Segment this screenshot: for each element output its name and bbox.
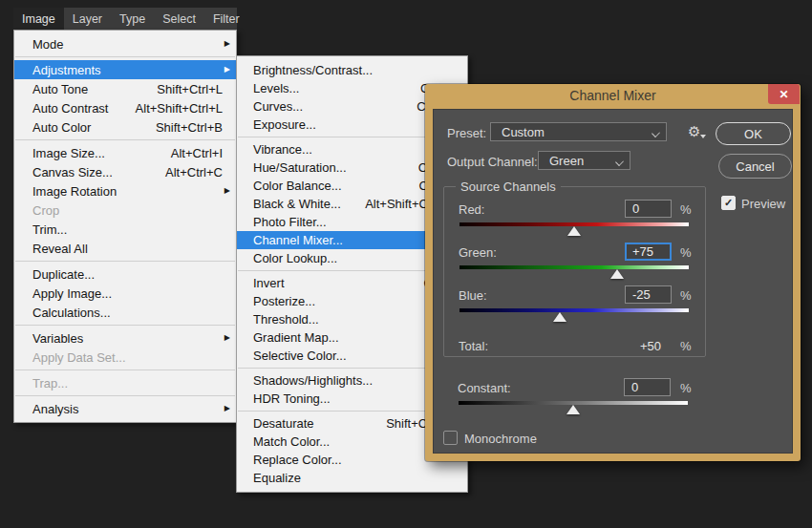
dialog-body: Preset: Custom ⚙ OK Output Channel: Gree… — [433, 109, 793, 454]
green-value-input[interactable] — [625, 243, 672, 261]
submenu-arrow-icon: ▶ — [224, 40, 230, 48]
output-channel-label: Output Channel: — [447, 155, 538, 169]
gear-menu-arrow-icon — [700, 135, 706, 138]
menu-item-label: Channel Mixer... — [253, 233, 343, 247]
menu-item-label: Image Size... — [32, 146, 105, 160]
total-percent-sign: % — [680, 339, 692, 353]
menu-item-auto-contrast[interactable]: Auto Contrast Alt+Shift+Ctrl+L — [14, 98, 236, 117]
menu-item-brightness-contrast[interactable]: Brightness/Contrast... — [237, 61, 467, 79]
constant-slider-thumb[interactable] — [566, 405, 580, 414]
preset-options-button[interactable]: ⚙ — [688, 124, 700, 138]
menubar-item-image[interactable]: Image — [13, 8, 64, 30]
menu-item-label: Hue/Saturation... — [253, 160, 347, 175]
menu-item-label: Auto Tone — [32, 82, 88, 96]
menu-item-canvas-size[interactable]: Canvas Size... Alt+Ctrl+C — [14, 162, 236, 181]
gear-icon: ⚙ — [688, 123, 700, 139]
preset-dropdown[interactable]: Custom — [490, 122, 667, 141]
submenu-arrow-icon: ▶ — [224, 405, 230, 412]
preview-checkbox[interactable]: ✓ — [721, 196, 736, 210]
menu-item-analysis[interactable]: Analysis ▶ — [14, 399, 236, 418]
menu-item-label: Vibrance... — [253, 142, 312, 157]
red-value-input[interactable] — [625, 200, 672, 218]
menu-separator — [15, 395, 235, 396]
dialog-title: Channel Mixer — [425, 88, 801, 103]
menu-item-trim[interactable]: Trim... — [14, 220, 236, 239]
menu-item-apply-image[interactable]: Apply Image... — [14, 284, 236, 303]
image-menu: Mode ▶ Adjustments ▶ Auto Tone Shift+Ctr… — [13, 30, 237, 423]
menu-item-label: Photo Filter... — [253, 215, 327, 229]
menu-item-label: Canvas Size... — [32, 165, 113, 180]
menu-item-label: Mode — [32, 37, 64, 52]
monochrome-checkbox[interactable]: ✓ — [443, 431, 458, 445]
menu-separator — [15, 370, 235, 370]
menu-item-duplicate[interactable]: Duplicate... — [14, 264, 236, 284]
channel-mixer-dialog: Channel Mixer ✕ Preset: Custom ⚙ OK Outp… — [425, 84, 801, 461]
menu-item-label: Image Rotation — [32, 184, 117, 199]
red-slider-thumb[interactable] — [567, 226, 581, 236]
close-button[interactable]: ✕ — [768, 84, 800, 104]
menu-item-calculations[interactable]: Calculations... — [14, 303, 236, 322]
blue-slider-track — [459, 308, 689, 312]
blue-value-input[interactable] — [625, 285, 672, 304]
menu-item-label: Selective Color... — [253, 348, 347, 363]
menu-item-adjustments[interactable]: Adjustments ▶ — [14, 60, 236, 79]
menu-item-shortcut: Shift+Ctrl+L — [157, 82, 223, 96]
red-slider[interactable] — [459, 222, 689, 238]
red-label: Red: — [459, 202, 484, 217]
check-icon: ✓ — [724, 198, 733, 208]
blue-slider-thumb[interactable] — [553, 312, 566, 322]
menu-item-label: Replace Color... — [253, 453, 342, 467]
green-percent-sign: % — [680, 245, 692, 260]
menu-item-image-rotation[interactable]: Image Rotation ▶ — [14, 181, 236, 201]
red-percent-sign: % — [680, 202, 692, 217]
menu-item-mode[interactable]: Mode ▶ — [14, 34, 236, 53]
submenu-arrow-icon: ▶ — [224, 334, 230, 342]
ok-button[interactable]: OK — [716, 122, 791, 145]
menu-separator — [15, 325, 235, 326]
constant-percent-sign: % — [680, 381, 692, 395]
menu-item-label: Apply Data Set... — [32, 350, 126, 365]
blue-slider[interactable] — [459, 308, 689, 324]
constant-slider[interactable] — [459, 401, 688, 416]
menu-item-shortcut: Alt+Ctrl+C — [165, 165, 223, 180]
menu-item-label: Duplicate... — [32, 267, 95, 282]
menu-item-label: Equalize — [253, 471, 301, 485]
preview-label: Preview — [741, 197, 785, 211]
menu-item-shortcut: Shift+Ctrl+B — [156, 120, 223, 135]
menubar-item-layer[interactable]: Layer — [64, 8, 111, 30]
green-label: Green: — [459, 245, 497, 260]
menu-separator — [15, 261, 235, 262]
menubar-item-select[interactable]: Select — [154, 8, 204, 30]
cancel-button[interactable]: Cancel — [718, 154, 792, 179]
menu-item-image-size[interactable]: Image Size... Alt+Ctrl+I — [14, 143, 236, 162]
menu-item-label: Black & White... — [253, 197, 341, 211]
menu-item-shortcut: Alt+Ctrl+I — [171, 146, 223, 160]
menu-item-auto-tone[interactable]: Auto Tone Shift+Ctrl+L — [14, 79, 236, 98]
menu-separator — [15, 139, 235, 140]
menu-item-label: Gradient Map... — [253, 330, 339, 345]
menubar-item-filter[interactable]: Filter — [204, 8, 248, 30]
menu-item-label: Color Lookup... — [253, 251, 337, 265]
monochrome-label: Monochrome — [464, 432, 537, 446]
menu-item-label: Match Color... — [253, 434, 330, 449]
output-channel-dropdown[interactable]: Green — [538, 151, 630, 170]
menu-item-label: Invert — [253, 276, 285, 290]
menu-item-label: HDR Toning... — [253, 391, 331, 406]
menu-item-reveal-all[interactable]: Reveal All — [14, 239, 236, 258]
source-channels-group: Source Channels Red: % Green: % Blue: % — [443, 186, 706, 357]
menu-item-auto-color[interactable]: Auto Color Shift+Ctrl+B — [14, 117, 236, 137]
menu-item-label: Shadows/Highlights... — [253, 373, 373, 388]
menu-item-label: Posterize... — [253, 294, 315, 308]
menu-item-label: Analysis — [32, 402, 78, 416]
menu-item-variables[interactable]: Variables ▶ — [14, 328, 236, 348]
menubar-item-type[interactable]: Type — [111, 8, 154, 30]
menu-item-apply-data-set: Apply Data Set... — [14, 348, 236, 367]
menu-item-label: Auto Color — [32, 120, 91, 135]
constant-value-input[interactable] — [624, 378, 671, 396]
menu-item-equalize[interactable]: Equalize — [237, 469, 467, 487]
green-slider-thumb[interactable] — [610, 269, 624, 279]
green-slider[interactable] — [459, 265, 689, 281]
menu-item-label: Desaturate — [253, 416, 314, 431]
menu-item-label: Trim... — [32, 222, 67, 237]
menu-item-trap: Trap... — [14, 373, 236, 392]
